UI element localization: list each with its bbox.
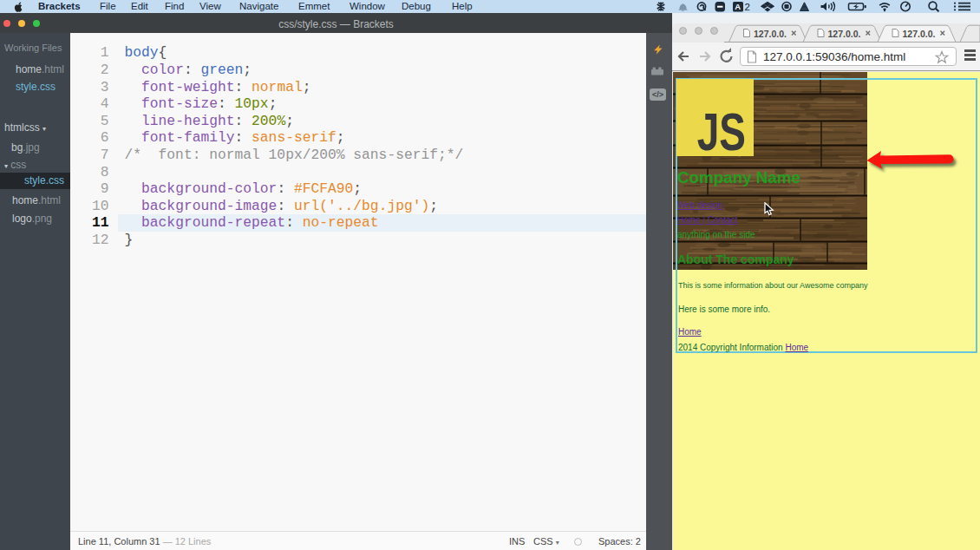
svg-text:2: 2 bbox=[745, 2, 750, 12]
svg-text:127.0.0.: 127.0.0. bbox=[828, 29, 861, 39]
svg-text:JS: JS bbox=[696, 102, 745, 156]
svg-text:A: A bbox=[735, 2, 741, 11]
svg-text:127.0.0.: 127.0.0. bbox=[903, 29, 936, 39]
svg-text:127.0.0.: 127.0.0. bbox=[754, 29, 787, 39]
